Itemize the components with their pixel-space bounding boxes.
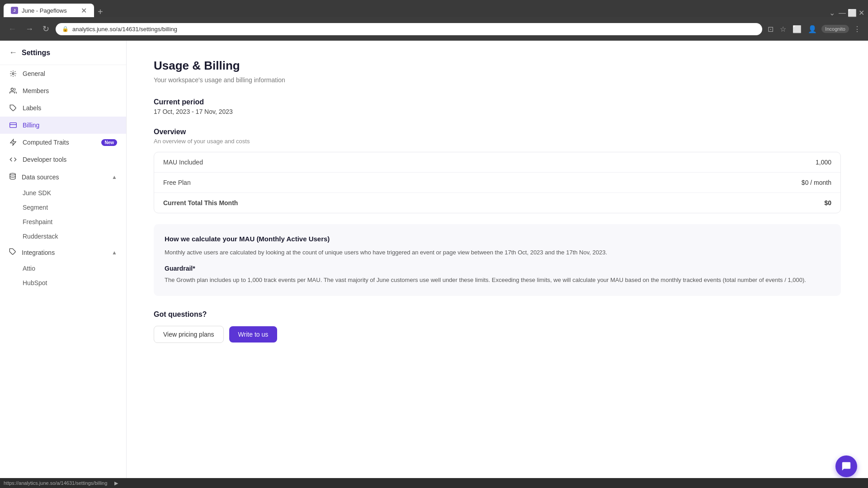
menu-icon[interactable]: ⋮ xyxy=(852,23,863,35)
sidebar-title: Settings xyxy=(22,49,50,57)
new-badge: New xyxy=(101,139,117,146)
sidebar-item-billing[interactable]: Billing xyxy=(0,117,126,134)
code-icon xyxy=(9,155,17,164)
maximize-button[interactable]: ⬜ xyxy=(848,9,857,17)
people-icon xyxy=(9,87,17,95)
browser-toolbar: ← → ↻ 🔒 analytics.june.so/a/14631/settin… xyxy=(0,17,868,41)
overview-card: MAU Included 1,000 Free Plan $0 / month … xyxy=(154,152,841,213)
current-period-date: 17 Oct, 2023 - 17 Nov, 2023 xyxy=(154,108,841,115)
view-pricing-button[interactable]: View pricing plans xyxy=(154,326,224,343)
browser-tabs: J June - Pageflows ✕ + ⌄ — ⬜ ✕ xyxy=(0,0,868,17)
mau-info-title: How we calculate your MAU (Monthly Activ… xyxy=(165,235,830,243)
overview-row-mau: MAU Included 1,000 xyxy=(154,152,840,173)
incognito-badge: Incognito xyxy=(821,25,849,33)
mau-included-value: 1,000 xyxy=(816,159,831,166)
extensions-icon[interactable]: ⬜ xyxy=(791,23,803,35)
svg-point-1 xyxy=(11,88,13,90)
guardrail-title: Guardrail* xyxy=(165,265,830,272)
current-period-section: Current period 17 Oct, 2023 - 17 Nov, 20… xyxy=(154,98,841,115)
sidebar-item-labels[interactable]: Labels xyxy=(0,99,126,117)
svg-rect-3 xyxy=(10,123,17,128)
new-tab-button[interactable]: + xyxy=(94,7,107,17)
database-icon xyxy=(9,173,16,181)
chat-bubble-button[interactable] xyxy=(835,455,857,477)
status-bar: https://analytics.june.so/a/14631/settin… xyxy=(0,478,868,488)
sidebar-header: ← Settings xyxy=(0,41,126,65)
labels-label: Labels xyxy=(23,104,117,112)
page-title: Usage & Billing xyxy=(154,59,841,73)
overview-title: Overview xyxy=(154,128,841,136)
billing-label: Billing xyxy=(23,122,117,129)
data-sources-label: Data sources xyxy=(22,174,59,181)
free-plan-value: $0 / month xyxy=(802,179,831,186)
general-label: General xyxy=(23,70,117,77)
back-button[interactable]: ← xyxy=(5,23,19,36)
overview-row-total: Current Total This Month $0 xyxy=(154,193,840,213)
sparkle-icon xyxy=(9,138,17,146)
status-url: https://analytics.june.so/a/14631/settin… xyxy=(4,480,107,486)
forward-button[interactable]: → xyxy=(23,23,36,36)
mau-info-text: Monthly active users are calculated by l… xyxy=(165,248,830,258)
sidebar-item-computed-traits[interactable]: Computed Traits New xyxy=(0,134,126,151)
data-sources-chevron: ▲ xyxy=(112,174,117,180)
svg-point-0 xyxy=(12,73,14,75)
svg-point-6 xyxy=(10,173,15,175)
credit-card-icon xyxy=(9,121,17,129)
free-plan-label: Free Plan xyxy=(163,179,191,186)
gear-icon xyxy=(9,70,17,78)
total-value: $0 xyxy=(824,199,831,206)
puzzle-icon xyxy=(9,248,16,257)
integrations-label: Integrations xyxy=(22,249,55,256)
questions-buttons: View pricing plans Write to us xyxy=(154,326,841,343)
tab-dropdown-icon[interactable]: ⌄ xyxy=(829,9,835,17)
url-text: analytics.june.so/a/14631/settings/billi… xyxy=(72,26,177,33)
close-window-button[interactable]: ✕ xyxy=(859,9,864,17)
mau-included-label: MAU Included xyxy=(163,159,203,166)
questions-title: Got questions? xyxy=(154,310,841,319)
sidebar-sub-item-june-sdk[interactable]: June SDK xyxy=(0,186,126,200)
sidebar-item-general[interactable]: General xyxy=(0,65,126,82)
main-content: Usage & Billing Your workspace's usage a… xyxy=(127,41,868,488)
app-layout: ← Settings General Members Labels xyxy=(0,41,868,488)
overview-subtitle: An overview of your usage and costs xyxy=(154,138,841,145)
svg-marker-5 xyxy=(10,139,16,145)
tab-title: June - Pageflows xyxy=(22,7,67,14)
sidebar-sub-item-segment[interactable]: Segment xyxy=(0,200,126,215)
members-label: Members xyxy=(23,87,117,94)
questions-section: Got questions? View pricing plans Write … xyxy=(154,310,841,343)
browser-chrome: J June - Pageflows ✕ + ⌄ — ⬜ ✕ ← → ↻ 🔒 a… xyxy=(0,0,868,41)
integrations-chevron: ▲ xyxy=(112,249,117,256)
sidebar-item-developer-tools[interactable]: Developer tools xyxy=(0,151,126,168)
sidebar-sub-item-hubspot[interactable]: HubSpot xyxy=(0,276,126,290)
page-subtitle: Your workspace's usage and billing infor… xyxy=(154,76,841,84)
computed-traits-label: Computed Traits xyxy=(23,139,96,146)
cast-icon[interactable]: ⊡ xyxy=(766,23,775,35)
sidebar-sub-item-freshpaint[interactable]: Freshpaint xyxy=(0,215,126,229)
sidebar-sub-item-attio[interactable]: Attio xyxy=(0,261,126,276)
sidebar-section-data-sources[interactable]: Data sources ▲ xyxy=(0,168,126,186)
bookmark-icon[interactable]: ☆ xyxy=(778,23,788,35)
lock-icon: 🔒 xyxy=(62,26,69,32)
sidebar-section-integrations[interactable]: Integrations ▲ xyxy=(0,244,126,261)
sidebar: ← Settings General Members Labels xyxy=(0,41,127,488)
guardrail-text: The Growth plan includes up to 1,000 tra… xyxy=(165,276,830,285)
active-tab[interactable]: J June - Pageflows ✕ xyxy=(4,4,94,17)
status-arrow: ▶ xyxy=(114,480,118,486)
current-period-label: Current period xyxy=(154,98,841,106)
reload-button[interactable]: ↻ xyxy=(40,22,52,36)
toolbar-actions: ⊡ ☆ ⬜ 👤 Incognito ⋮ xyxy=(766,23,863,35)
mau-info-card: How we calculate your MAU (Monthly Activ… xyxy=(154,224,841,296)
tab-close-button[interactable]: ✕ xyxy=(81,6,87,15)
overview-row-plan: Free Plan $0 / month xyxy=(154,173,840,193)
profile-icon[interactable]: 👤 xyxy=(806,23,819,35)
tag-icon xyxy=(9,104,17,112)
minimize-button[interactable]: — xyxy=(839,9,846,17)
sidebar-item-members[interactable]: Members xyxy=(0,82,126,99)
sidebar-sub-item-rudderstack[interactable]: Rudderstack xyxy=(0,229,126,244)
developer-tools-label: Developer tools xyxy=(23,156,117,163)
total-label: Current Total This Month xyxy=(163,199,238,206)
back-to-app-button[interactable]: ← xyxy=(9,48,17,57)
address-bar[interactable]: 🔒 analytics.june.so/a/14631/settings/bil… xyxy=(56,23,762,35)
write-to-us-button[interactable]: Write to us xyxy=(229,326,278,343)
tab-favicon: J xyxy=(11,7,18,14)
